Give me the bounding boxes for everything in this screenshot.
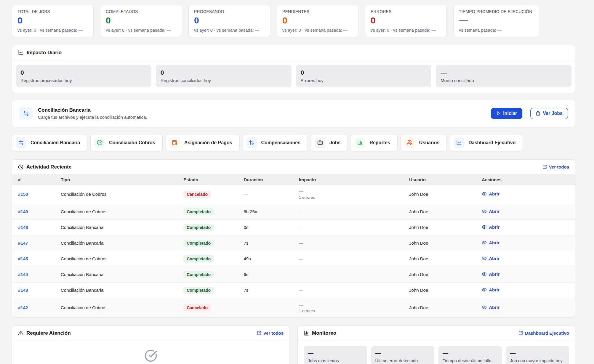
job-link[interactable]: #142: [18, 305, 28, 310]
status-badge: Completado: [183, 287, 214, 294]
kpi-value: 0: [106, 16, 176, 25]
dashboard-ejecutivo-label: Dashboard Ejecutivo: [525, 331, 569, 336]
wallet-icon: [169, 137, 180, 148]
stat-value: —: [510, 350, 565, 356]
kpi-footer: vs ayer: 0 · vs semana pasada: —: [194, 28, 265, 33]
status-badge: Completado: [183, 240, 214, 247]
stat-label: Último error detectado: [375, 358, 430, 363]
cell-impacto: —: [295, 219, 406, 235]
cell-job-id: #145: [12, 251, 57, 267]
job-link[interactable]: #147: [18, 240, 28, 246]
kpi-label: TIEMPO PROMEDIO DE EJECUCIÓN: [459, 9, 534, 14]
job-link[interactable]: #149: [18, 209, 28, 214]
nav-item-label: Usuarios: [419, 140, 439, 145]
impacto-stats: 0Registros procesados hoy0Registros conc…: [12, 60, 575, 93]
abrir-link[interactable]: Abrir: [482, 191, 499, 196]
ver-todos-link-atencion[interactable]: Ver todos: [257, 331, 284, 336]
eye-icon: [482, 240, 487, 245]
job-link[interactable]: #150: [18, 192, 28, 197]
kpi-footer: vs ayer: 0 · vs semana pasada: —: [282, 28, 353, 33]
impacto-diario-panel: Impacto Diario 0Registros procesados hoy…: [12, 45, 575, 93]
cell-impacto: —: [295, 282, 406, 298]
kpi-card-errores: ERRORES0vs ayer: 0 · vs semana pasada: —: [365, 5, 447, 37]
ver-jobs-button[interactable]: Ver Jobs: [530, 108, 568, 119]
stat-value: 0: [301, 69, 427, 76]
iniciar-button[interactable]: Iniciar: [491, 108, 522, 119]
table-row: #147Conciliación BancariaCompletado7s—Jo…: [12, 235, 575, 251]
cell-acciones: Abrir: [478, 251, 575, 267]
actividad-reciente-panel: Actividad Reciente Ver todos #TipoEstado…: [12, 159, 575, 318]
abrir-link[interactable]: Abrir: [482, 209, 499, 214]
cell-usuario: John Doe: [406, 251, 478, 267]
status-badge: Completado: [183, 271, 214, 278]
nav-item-dashboard-ejecutivo[interactable]: Dashboard Ejecutivo: [450, 134, 523, 151]
nav-item-label: Conciliación Bancaria: [31, 140, 80, 145]
stat-value: 0: [20, 69, 147, 76]
kpi-row: TOTAL DE JOBS0vs ayer: 0 · vs semana pas…: [12, 5, 575, 37]
kpi-card-total-de-jobs: TOTAL DE JOBS0vs ayer: 0 · vs semana pas…: [12, 5, 94, 37]
abrir-label: Abrir: [489, 287, 499, 292]
nav-item-reportes[interactable]: Reportes: [351, 134, 397, 151]
cell-job-id: #144: [12, 267, 57, 282]
abrir-link[interactable]: Abrir: [482, 272, 499, 277]
nav-item-conciliacion-cobros[interactable]: Conciliación Cobros: [90, 134, 163, 151]
job-link[interactable]: #143: [18, 288, 28, 293]
stat-value: —: [441, 69, 567, 76]
cell-tipo: Conciliación Bancaria: [57, 235, 180, 251]
kpi-label: ERRORES: [371, 9, 441, 14]
requiere-atencion-panel: Requiere Atención Ver todos Sin excepcio…: [12, 325, 290, 364]
dashboard-ejecutivo-link[interactable]: Dashboard Ejecutivo: [518, 331, 569, 336]
cell-tipo: Conciliación de Cobros: [57, 298, 180, 317]
abrir-label: Abrir: [489, 256, 499, 261]
eye-icon: [482, 191, 487, 196]
ver-jobs-button-label: Ver Jobs: [543, 111, 563, 116]
requiere-atencion-title: Requiere Atención: [26, 330, 71, 336]
ver-todos-link-actividad[interactable]: Ver todos: [542, 164, 569, 169]
chart-line-icon: [454, 137, 464, 148]
abrir-link[interactable]: Abrir: [482, 305, 499, 310]
cell-tipo: Conciliación Bancaria: [57, 282, 180, 298]
nav-item-jobs[interactable]: Jobs: [311, 134, 348, 151]
cell-usuario: John Doe: [406, 185, 478, 204]
nav-item-usuarios[interactable]: Usuarios: [401, 134, 447, 151]
job-link[interactable]: #144: [18, 272, 28, 277]
requiere-atencion-header: Requiere Atención Ver todos: [12, 326, 289, 341]
cell-tipo: Conciliación de Cobros: [57, 185, 180, 204]
nav-item-label: Conciliación Cobros: [109, 140, 155, 145]
monitoreo-stats: —Jobs más lentos—Último error detectado—…: [298, 341, 575, 364]
cell-estado: Completado: [180, 251, 240, 267]
nav-item-compensaciones[interactable]: Compensaciones: [243, 134, 308, 151]
nav-item-asignacion-de-pagos[interactable]: Asignación de Pagos: [166, 134, 240, 151]
kpi-label: COMPLETADOS: [106, 9, 176, 14]
cell-duracion: 7s: [240, 235, 295, 251]
cell-job-id: #147: [12, 235, 57, 251]
cell-impacto: —: [295, 235, 406, 251]
actividad-title: Actividad Reciente: [26, 164, 71, 170]
job-link[interactable]: #148: [18, 225, 28, 230]
cell-job-id: #148: [12, 219, 57, 235]
abrir-link[interactable]: Abrir: [482, 240, 499, 245]
abrir-link[interactable]: Abrir: [482, 225, 499, 230]
table-row: #143Conciliación BancariaCompletado7s—Jo…: [12, 282, 575, 298]
monitoreo-header: Monitoreo Dashboard Ejecutivo: [298, 326, 575, 341]
abrir-link[interactable]: Abrir: [482, 256, 499, 261]
monitoreo-title: Monitoreo: [312, 330, 336, 336]
stat-value: —: [375, 350, 430, 356]
kpi-value: 0: [17, 16, 88, 25]
cell-acciones: Abrir: [478, 185, 575, 204]
banner-subtitle: Cargá tus archivos y ejecutá la concilia…: [38, 115, 147, 120]
cell-duracion: 49s: [240, 251, 295, 267]
abrir-link[interactable]: Abrir: [482, 287, 499, 292]
abrir-label: Abrir: [489, 240, 499, 245]
kpi-footer: vs ayer: 0 · vs semana pasada: —: [371, 28, 441, 33]
nav-item-label: Dashboard Ejecutivo: [468, 140, 515, 145]
cell-tipo: Conciliación de Cobros: [57, 251, 180, 267]
cell-job-id: #150: [12, 185, 57, 204]
impacto-diario-title: Impacto Diario: [27, 50, 62, 56]
job-link[interactable]: #145: [18, 256, 28, 261]
cell-job-id: #143: [12, 282, 57, 298]
stat-label: Registros procesados hoy: [20, 78, 147, 83]
cell-usuario: John Doe: [406, 298, 478, 317]
column-header-acciones: Acciones: [478, 175, 575, 185]
nav-item-conciliacion-bancaria[interactable]: Conciliación Bancaria: [12, 134, 87, 151]
